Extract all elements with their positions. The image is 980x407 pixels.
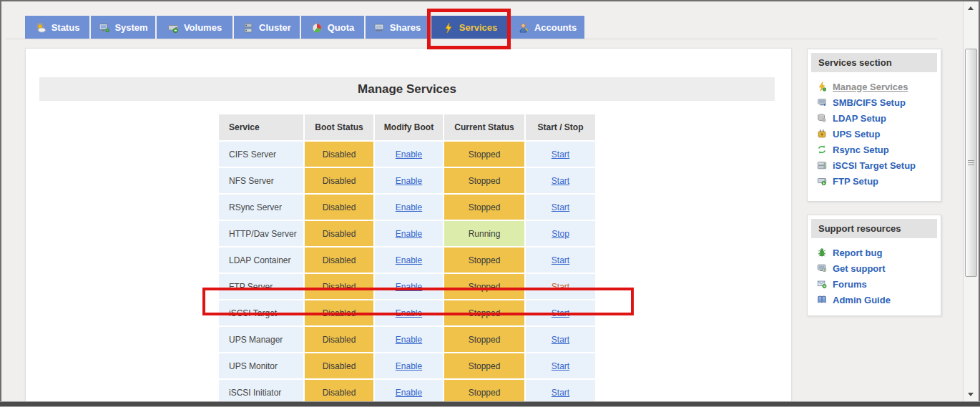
quota-icon [311,22,323,34]
tab-label: Shares [390,22,421,33]
sidebar-item-rsync-setup: Rsync Setup [816,142,941,157]
modify-boot-link[interactable]: Enable [396,255,422,265]
modify-boot-link[interactable]: Enable [396,176,422,186]
boot-status-badge: Disabled [305,327,373,352]
services-table: ServiceBoot StatusModify BootCurrent Sta… [217,113,597,402]
action-link[interactable]: Start [552,335,569,345]
services-section-title: Services section [811,53,937,72]
modify-boot-link[interactable]: Enable [396,149,422,160]
tab-label: System [114,22,147,33]
table-row-iscsi-initiator: iSCSI InitiatorDisabledEnableStoppedStar… [219,380,595,402]
sidebar-item-ups-setup: UPS Setup [816,126,941,142]
sidebar-link-rsync-setup[interactable]: Rsync Setup [833,144,889,155]
modify-boot-cell: Enable [375,247,443,273]
tab-label: Status [52,22,80,33]
action-link[interactable]: Start [552,202,569,212]
tab-status[interactable]: Status [25,16,89,39]
action-link[interactable]: Start [552,388,569,398]
sidebar-link-admin-guide[interactable]: Admin Guide [833,295,891,305]
column-header-modify-boot: Modify Boot [375,114,443,140]
action-link[interactable]: Start [552,176,569,186]
sidebar-link-get-support[interactable]: Get support [833,263,886,274]
sidebar-item-smb-cifs-setup: SMB/CIFS Setup [816,94,941,110]
action-text: Start [552,282,569,292]
service-name-cell: HTTP/Dav Server [219,221,303,246]
table-row-ftp-server: FTP ServerDisabledEnableStoppedStart [219,274,595,299]
tab-accounts[interactable]: Accounts [510,16,584,39]
sidebar-link-report-bug[interactable]: Report bug [833,247,882,258]
action-link[interactable]: Start [552,255,569,265]
forums-icon [816,279,827,289]
tab-system[interactable]: System [91,16,155,39]
tab-quota[interactable]: Quota [301,16,364,39]
modify-boot-cell: Enable [375,221,443,246]
current-status-badge: Stopped [444,380,524,402]
ftp-icon [816,176,827,186]
current-status-badge: Stopped [444,168,524,193]
current-status-badge: Stopped [444,142,524,167]
ldap-icon [816,113,827,123]
column-header-boot-status: Boot Status [305,114,373,140]
vertical-scrollbar[interactable] [963,1,978,401]
sidebar-link-ldap-setup[interactable]: LDAP Setup [833,113,886,124]
table-row-iscsi-target: iSCSI TargetDisabledEnableStoppedStart [219,300,595,325]
boot-status-badge: Disabled [305,300,373,325]
modify-boot-link[interactable]: Enable [396,202,422,212]
modify-boot-link[interactable]: Enable [396,361,422,371]
manage-services-icon [816,82,827,92]
sidebar-link-ups-setup[interactable]: UPS Setup [833,129,880,139]
start-stop-cell: Start [526,247,595,273]
start-stop-cell: Start [526,195,595,220]
boot-status-badge: Disabled [305,168,373,193]
window-frame-bottom [0,401,980,406]
table-row-http-dav-server: HTTP/Dav ServerDisabledEnableRunningStop [219,221,595,246]
service-name-cell: NFS Server [219,168,303,193]
modify-boot-link[interactable]: Enable [396,335,422,345]
service-name-cell: LDAP Container [219,247,303,273]
boot-status-badge: Disabled [305,274,373,299]
action-link[interactable]: Start [552,361,569,371]
action-link[interactable]: Stop [552,229,569,239]
services-table-header: ServiceBoot StatusModify BootCurrent Sta… [219,114,595,140]
start-stop-cell: Start [526,274,595,299]
modify-boot-cell: Enable [375,168,443,193]
tab-cluster[interactable]: Cluster [234,16,300,39]
current-status-badge: Running [444,221,524,246]
system-icon [98,22,109,34]
scroll-down-button[interactable] [964,389,978,400]
modify-boot-link[interactable]: Enable [396,308,422,318]
sidebar-link-smb-cifs-setup[interactable]: SMB/CIFS Setup [833,97,906,108]
app-window: StatusSystemVolumesClusterQuotaSharesSer… [0,0,980,407]
service-name-cell: CIFS Server [219,142,303,167]
sidebar-item-report-bug: Report bug [816,245,941,260]
tab-label: Volumes [184,22,222,33]
modify-boot-link[interactable]: Enable [396,282,422,292]
start-stop-cell: Start [526,142,595,167]
smb-icon [816,97,827,107]
action-link[interactable]: Start [552,149,569,160]
sidebar-link-forums[interactable]: Forums [833,279,867,290]
volumes-icon [167,22,179,34]
tab-services[interactable]: Services [431,16,509,39]
boot-status-badge: Disabled [305,195,373,220]
column-header-start-stop: Start / Stop [526,114,595,140]
sidebar-link-ftp-setup[interactable]: FTP Setup [833,176,878,187]
table-row-rsync-server: RSync ServerDisabledEnableStoppedStart [219,195,595,220]
page-title: Manage Services [39,77,775,101]
sidebar-link-iscsi-target-setup[interactable]: iSCSI Target Setup [833,160,916,171]
service-name-cell: RSync Server [219,195,303,220]
scroll-down-icon [968,393,974,396]
current-status-badge: Stopped [444,327,524,352]
tab-shares[interactable]: Shares [366,16,428,39]
scrollbar-thumb[interactable] [965,49,977,277]
modify-boot-link[interactable]: Enable [396,229,422,239]
start-stop-cell: Start [526,300,595,325]
sidebar-link-manage-services[interactable]: Manage Services [833,82,908,92]
action-link[interactable]: Start [552,308,569,318]
report-bug-icon [816,247,827,258]
modify-boot-link[interactable]: Enable [396,388,422,398]
support-resources-panel: Support resources Report bugGet supportF… [807,215,941,316]
scroll-up-button[interactable] [964,3,978,14]
tab-volumes[interactable]: Volumes [157,16,232,39]
column-header-current-status: Current Status [444,114,524,140]
